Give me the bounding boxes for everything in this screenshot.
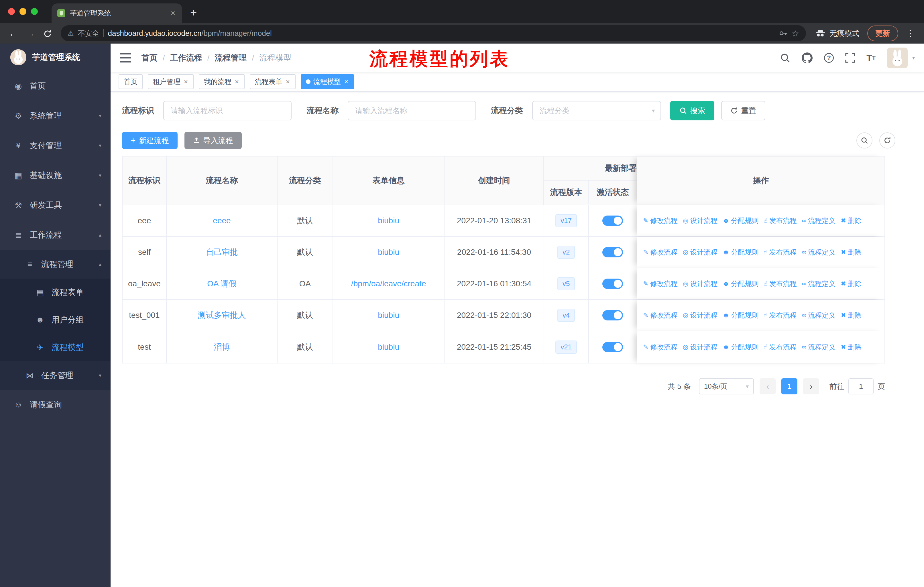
help-icon[interactable]: ?	[824, 53, 834, 63]
version-tag[interactable]: v17	[555, 214, 577, 227]
edit-process-link[interactable]: ✎修改流程	[643, 248, 677, 257]
process-definition-link[interactable]: ∞流程定义	[802, 279, 836, 288]
active-toggle[interactable]	[602, 342, 623, 352]
publish-process-link[interactable]: ☝发布流程	[764, 216, 797, 225]
maximize-window-button[interactable]	[31, 8, 38, 15]
process-name-link[interactable]: OA 请假	[207, 278, 237, 289]
assign-rule-link[interactable]: ☻分配规则	[723, 342, 759, 352]
edit-process-link[interactable]: ✎修改流程	[643, 311, 677, 320]
avatar-caret-icon[interactable]: ▾	[912, 55, 915, 61]
design-process-link[interactable]: ◎设计流程	[683, 248, 718, 257]
new-tab-button[interactable]: +	[190, 7, 197, 18]
password-key-icon[interactable]	[779, 29, 787, 38]
url-text[interactable]: dashboard.yudao.iocoder.cn/bpm/manager/m…	[108, 29, 775, 38]
process-name-link[interactable]: 测试多审批人	[198, 310, 246, 321]
publish-process-link[interactable]: ☝发布流程	[764, 342, 797, 352]
search-icon[interactable]	[780, 53, 790, 63]
active-toggle[interactable]	[602, 247, 623, 257]
version-tag[interactable]: v2	[558, 246, 575, 259]
publish-process-link[interactable]: ☝发布流程	[764, 248, 797, 257]
sidebar-item-process-form[interactable]: ▤ 流程表单	[0, 279, 111, 306]
assign-rule-link[interactable]: ☻分配规则	[723, 248, 759, 257]
edit-process-link[interactable]: ✎修改流程	[643, 216, 677, 225]
fullscreen-icon[interactable]	[845, 53, 855, 63]
import-process-button[interactable]: 导入流程	[185, 132, 242, 149]
sidebar-item-home[interactable]: ◉ 首页	[0, 71, 111, 101]
publish-process-link[interactable]: ☝发布流程	[764, 279, 797, 288]
process-id-input[interactable]	[163, 101, 292, 121]
close-window-button[interactable]	[8, 8, 15, 15]
sidebar-item-workflow[interactable]: ≣ 工作流程 ▴	[0, 220, 111, 250]
process-definition-link[interactable]: ∞流程定义	[802, 216, 836, 225]
process-definition-link[interactable]: ∞流程定义	[802, 311, 836, 320]
process-name-link[interactable]: eeee	[213, 216, 231, 225]
delete-link[interactable]: ✖删除	[841, 216, 861, 225]
version-tag[interactable]: v21	[555, 341, 577, 354]
sidebar-item-payment[interactable]: ¥ 支付管理 ▾	[0, 131, 111, 160]
delete-link[interactable]: ✖删除	[841, 311, 861, 320]
active-toggle[interactable]	[602, 215, 623, 226]
design-process-link[interactable]: ◎设计流程	[683, 279, 718, 288]
tag-process-model[interactable]: 流程模型 ×	[301, 74, 354, 89]
back-button[interactable]: ←	[6, 28, 21, 39]
form-info-link[interactable]: biubiu	[378, 216, 399, 225]
refresh-table-button[interactable]	[879, 132, 895, 149]
delete-link[interactable]: ✖删除	[841, 248, 861, 257]
sidebar-item-user-group[interactable]: ☻ 用户分组	[0, 306, 111, 334]
process-definition-link[interactable]: ∞流程定义	[802, 342, 836, 352]
assign-rule-link[interactable]: ☻分配规则	[723, 216, 759, 225]
close-icon[interactable]: ×	[344, 78, 349, 85]
breadcrumb-item[interactable]: 首页	[142, 53, 158, 63]
design-process-link[interactable]: ◎设计流程	[683, 311, 718, 320]
browser-menu-icon[interactable]: ⋮	[906, 28, 915, 38]
prev-page-button[interactable]: ‹	[760, 378, 776, 394]
sidebar-item-system[interactable]: ⚙ 系统管理 ▾	[0, 101, 111, 131]
sidebar-item-process-management[interactable]: ≡ 流程管理 ▴	[0, 250, 111, 279]
close-icon[interactable]: ×	[285, 78, 290, 85]
close-icon[interactable]: ×	[183, 78, 188, 85]
app-logo[interactable]: 芋道管理系统	[0, 43, 111, 71]
tag-home[interactable]: 首页	[119, 74, 143, 89]
sidebar-item-devtools[interactable]: ⚒ 研发工具 ▾	[0, 190, 111, 220]
design-process-link[interactable]: ◎设计流程	[683, 216, 718, 225]
minimize-window-button[interactable]	[20, 8, 26, 15]
process-definition-link[interactable]: ∞流程定义	[802, 248, 836, 257]
assign-rule-link[interactable]: ☻分配规则	[723, 311, 759, 320]
close-icon[interactable]: ×	[234, 78, 239, 85]
version-tag[interactable]: v5	[558, 277, 575, 290]
collapse-sidebar-icon[interactable]	[120, 53, 131, 63]
sidebar-item-infrastructure[interactable]: ▦ 基础设施 ▾	[0, 160, 111, 190]
next-page-button[interactable]: ›	[803, 378, 819, 394]
reload-button[interactable]	[40, 28, 55, 39]
active-toggle[interactable]	[602, 279, 623, 289]
breadcrumb-item[interactable]: 工作流程	[170, 53, 202, 63]
active-toggle[interactable]	[602, 310, 623, 321]
font-size-icon[interactable]: TT	[866, 53, 876, 63]
tag-my-process[interactable]: 我的流程 ×	[199, 74, 244, 89]
version-tag[interactable]: v4	[558, 309, 575, 322]
delete-link[interactable]: ✖删除	[841, 279, 861, 288]
forward-button[interactable]: →	[23, 28, 38, 39]
form-info-link[interactable]: /bpm/oa/leave/create	[351, 279, 426, 288]
show-search-button[interactable]	[856, 132, 873, 149]
form-info-link[interactable]: biubiu	[378, 248, 399, 257]
tag-tenant-management[interactable]: 租户管理 ×	[148, 74, 194, 89]
reset-button[interactable]: 重置	[721, 101, 765, 121]
tag-process-form[interactable]: 流程表单 ×	[250, 74, 295, 89]
browser-tab[interactable]: 芋道管理系统 ×	[51, 3, 182, 23]
goto-page-input[interactable]	[848, 378, 874, 394]
process-category-select[interactable]: 流程分类 ▾	[532, 101, 661, 121]
page-size-select[interactable]: 10条/页 ▾	[699, 378, 754, 394]
sidebar-item-process-model[interactable]: ✈ 流程模型	[0, 334, 111, 361]
search-button[interactable]: 搜索	[670, 101, 714, 121]
edit-process-link[interactable]: ✎修改流程	[643, 279, 677, 288]
design-process-link[interactable]: ◎设计流程	[683, 342, 718, 352]
sidebar-item-task-management[interactable]: ⋈ 任务管理 ▾	[0, 361, 111, 390]
breadcrumb-item[interactable]: 流程管理	[215, 53, 247, 63]
process-name-input[interactable]	[348, 101, 476, 121]
browser-update-button[interactable]: 更新	[867, 25, 898, 41]
process-name-link[interactable]: 滔博	[214, 342, 230, 352]
publish-process-link[interactable]: ☝发布流程	[764, 311, 797, 320]
form-info-link[interactable]: biubiu	[378, 311, 399, 320]
edit-process-link[interactable]: ✎修改流程	[643, 342, 677, 352]
